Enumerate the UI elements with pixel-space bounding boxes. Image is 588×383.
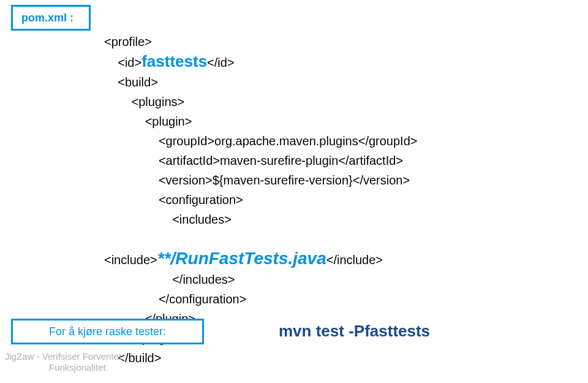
code-line: <plugins> xyxy=(131,95,184,108)
code-line: <plugin> xyxy=(145,115,192,128)
code-line: </includes> xyxy=(172,273,235,286)
mvn-command: mvn test -Pfasttests xyxy=(279,322,430,341)
footer-line-1: JigZaw - Verifsiser Forventet xyxy=(5,351,121,362)
code-line: <artifactId>maven-surefire-plugin</artif… xyxy=(159,154,403,167)
run-fast-tests-label: For å kjøre raske tester: xyxy=(11,319,204,344)
code-line: <configuration> xyxy=(159,193,243,207)
code-line: <id> xyxy=(118,56,141,69)
pom-xml-label: pom.xml : xyxy=(11,5,91,31)
code-line: </include> xyxy=(326,253,383,267)
code-line: </id> xyxy=(207,56,234,69)
code-line: <profile> xyxy=(104,35,152,48)
include-pattern: **/RunFastTests.java xyxy=(157,249,326,268)
code-line: <version>${maven-surefire-version}</vers… xyxy=(159,173,410,187)
profile-id-value: fasttests xyxy=(141,52,207,70)
code-line: <groupId>org.apache.maven.plugins</group… xyxy=(159,134,418,148)
code-line: </configuration> xyxy=(159,292,246,306)
pom-xml-label-text: pom.xml : xyxy=(21,12,74,25)
code-line: <build> xyxy=(118,75,158,89)
code-line: <include> xyxy=(104,253,157,267)
code-line: <includes> xyxy=(172,213,232,226)
footer-line-2: Funksjonalitet xyxy=(5,362,121,373)
run-fast-tests-label-text: For å kjøre raske tester: xyxy=(49,325,166,338)
code-block: <profile> <id>fasttests</id> <build> <pl… xyxy=(104,12,417,368)
code-line: </build> xyxy=(118,351,161,365)
footer-watermark: JigZaw - Verifsiser Forventet Funksjonal… xyxy=(5,351,121,373)
